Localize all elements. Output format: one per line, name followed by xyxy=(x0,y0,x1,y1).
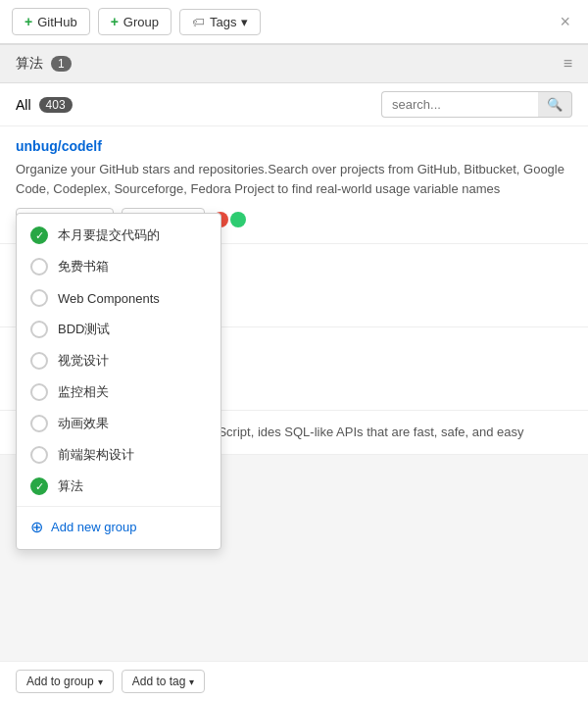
dropdown-item-8[interactable]: 前端架构设计 xyxy=(17,439,220,471)
check-icon-9: ✓ xyxy=(30,477,48,495)
bottom-caret-1: ▾ xyxy=(98,676,103,687)
dropdown-item-label-8: 前端架构设计 xyxy=(58,446,134,464)
check-icon-3 xyxy=(30,289,48,307)
caret-icon: ▾ xyxy=(241,15,248,29)
add-to-group-dropdown: ✓ 本月要提交代码的 免费书箱 Web Components BDD测试 视觉设… xyxy=(16,213,221,550)
dropdown-item-label-6: 监控相关 xyxy=(58,383,109,401)
filter-all-label: All xyxy=(16,97,31,113)
dropdown-item-6[interactable]: 监控相关 xyxy=(17,376,220,408)
check-icon-8 xyxy=(30,446,48,464)
bottom-tag-label: Add to tag xyxy=(132,675,186,688)
tags-button[interactable]: 🏷 Tags ▾ xyxy=(179,9,261,35)
dropdown-item-label-7: 动画效果 xyxy=(58,415,109,432)
bottom-action-bar: Add to group ▾ Add to tag ▾ xyxy=(0,661,588,701)
dropdown-item-1[interactable]: ✓ 本月要提交代码的 xyxy=(17,220,220,251)
dropdown-item-7[interactable]: 动画效果 xyxy=(17,408,220,439)
toolbar: + GitHub + Group 🏷 Tags ▾ × xyxy=(0,0,588,44)
check-icon-4 xyxy=(30,321,48,338)
plus-icon: + xyxy=(24,14,32,29)
tag-icon: 🏷 xyxy=(192,15,205,29)
check-icon-2 xyxy=(30,258,48,275)
repo-description: Organize your GitHub stars and repositor… xyxy=(16,160,572,198)
tags-label: Tags xyxy=(210,15,236,29)
section-title: 算法 xyxy=(16,55,43,73)
green-dot xyxy=(230,212,246,227)
group-button[interactable]: + Group xyxy=(98,8,172,35)
hamburger-icon[interactable]: ≡ xyxy=(564,55,572,73)
check-icon-1: ✓ xyxy=(30,226,48,244)
main-content: unbug/codelf Organize your GitHub stars … xyxy=(0,126,588,455)
section-header: 算法 1 ≡ xyxy=(0,44,588,83)
dropdown-item-label-1: 本月要提交代码的 xyxy=(58,226,160,244)
check-icon-7 xyxy=(30,415,48,432)
bottom-group-label: Add to group xyxy=(26,675,94,688)
search-input[interactable] xyxy=(381,91,538,118)
search-wrapper: 🔍 xyxy=(381,91,572,118)
filter-bar: All 403 🔍 xyxy=(0,83,588,126)
filter-count-badge: 403 xyxy=(39,97,73,113)
section-badge: 1 xyxy=(51,56,72,72)
add-new-group-label: Add new group xyxy=(51,520,136,534)
github-label: GitHub xyxy=(37,15,76,29)
plus-icon-2: + xyxy=(111,14,119,29)
dropdown-item-label-4: BDD测试 xyxy=(58,321,110,338)
search-button[interactable]: 🔍 xyxy=(538,91,572,118)
group-label: Group xyxy=(123,15,159,29)
dropdown-item-label-5: 视觉设计 xyxy=(58,352,109,370)
check-icon-5 xyxy=(30,352,48,370)
check-icon-6 xyxy=(30,383,48,401)
dropdown-item-5[interactable]: 视觉设计 xyxy=(17,345,220,376)
bottom-add-to-group-button[interactable]: Add to group ▾ xyxy=(16,670,114,693)
close-button[interactable]: × xyxy=(554,10,576,34)
dropdown-item-label-3: Web Components xyxy=(58,291,160,306)
dropdown-item-label-2: 免费书箱 xyxy=(58,258,109,275)
dropdown-item-2[interactable]: 免费书箱 xyxy=(17,251,220,282)
dropdown-item-4[interactable]: BDD测试 xyxy=(17,314,220,345)
github-button[interactable]: + GitHub xyxy=(12,8,90,35)
bottom-caret-2: ▾ xyxy=(189,676,194,687)
dropdown-item-3[interactable]: Web Components xyxy=(17,282,220,314)
section-title-group: 算法 1 xyxy=(16,55,72,73)
dropdown-item-9[interactable]: ✓ 算法 xyxy=(17,471,220,502)
bottom-add-to-tag-button[interactable]: Add to tag ▾ xyxy=(122,670,206,693)
dropdown-divider xyxy=(17,506,220,507)
plus-circle-icon: ⊕ xyxy=(30,518,43,536)
add-new-group-button[interactable]: ⊕ Add new group xyxy=(17,511,220,543)
dropdown-item-label-9: 算法 xyxy=(58,477,83,495)
repo-name-link[interactable]: unbug/codelf xyxy=(16,138,102,154)
